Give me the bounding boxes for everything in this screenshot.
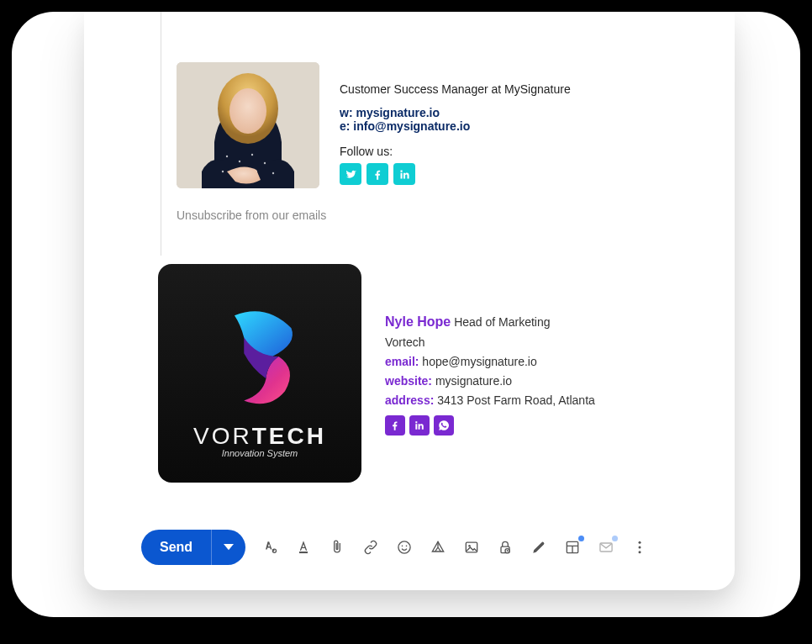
more-icon[interactable] (630, 538, 649, 557)
logo-mark-icon (197, 293, 323, 420)
chevron-down-icon (224, 544, 234, 550)
svg-point-8 (272, 172, 274, 174)
emoji-icon[interactable] (395, 538, 414, 557)
company-name: Vortech (385, 333, 595, 352)
facebook-icon[interactable] (366, 163, 388, 185)
signature-1: Customer Success Manager at MySignature … (177, 62, 571, 188)
attach-icon[interactable] (328, 538, 346, 557)
text-color-icon[interactable] (294, 538, 313, 557)
email-label: e: (340, 119, 350, 133)
lock-icon[interactable] (496, 538, 514, 557)
avatar (177, 62, 319, 188)
email-link[interactable]: info@mysignature.io (353, 119, 470, 133)
svg-rect-16 (466, 542, 477, 552)
toolbar-icons (261, 538, 649, 557)
svg-point-23 (639, 546, 641, 549)
logo-wordmark: VORTECH (193, 423, 326, 450)
job-title: Customer Success Manager at MySignature (340, 82, 571, 96)
email-value[interactable]: hope@mysignature.io (422, 355, 536, 368)
signature-1-info: Customer Success Manager at MySignature … (340, 62, 571, 188)
drive-icon[interactable] (429, 538, 447, 557)
linkedin-icon[interactable] (409, 415, 430, 435)
twitter-icon[interactable] (340, 163, 361, 185)
link-icon[interactable] (361, 538, 380, 557)
send-options-button[interactable] (211, 530, 245, 565)
svg-point-4 (239, 161, 240, 162)
social-row (340, 163, 571, 185)
sender-role: Head of Marketing (454, 315, 550, 329)
social-row-2 (385, 415, 595, 435)
compose-toolbar: Send (141, 530, 649, 565)
notification-dot (612, 536, 618, 541)
svg-point-5 (251, 154, 253, 156)
unsubscribe-link[interactable]: Unsubscribe from our emails (177, 209, 326, 222)
website-value[interactable]: mysignature.io (435, 374, 512, 388)
linkedin-icon[interactable] (393, 163, 415, 185)
whatsapp-icon[interactable] (434, 415, 454, 435)
image-icon[interactable] (462, 538, 481, 557)
compose-card: Customer Success Manager at MySignature … (84, 12, 735, 590)
address-label: address: (385, 393, 434, 407)
facebook-icon[interactable] (385, 415, 405, 435)
svg-point-2 (229, 88, 266, 134)
svg-point-22 (639, 541, 641, 544)
signature-2-info: Nyle Hope Head of Marketing Vortech emai… (385, 311, 595, 436)
web-link[interactable]: mysignature.io (356, 106, 440, 119)
svg-point-6 (264, 162, 266, 164)
notification-dot (578, 536, 584, 541)
svg-point-13 (398, 541, 410, 553)
app-frame: Customer Success Manager at MySignature … (12, 12, 800, 617)
email-label: email: (385, 355, 419, 368)
svg-point-24 (639, 551, 641, 553)
svg-point-3 (226, 156, 228, 157)
web-label: w: (340, 106, 353, 119)
company-logo: VORTECH Innovation System (158, 264, 361, 483)
mail-icon[interactable] (597, 538, 615, 557)
text-style-icon[interactable] (261, 538, 279, 557)
layout-icon[interactable] (563, 538, 582, 557)
quote-divider (161, 12, 161, 256)
logo-tagline: Innovation System (222, 448, 298, 458)
sender-name: Nyle Hope (385, 314, 451, 329)
send-button[interactable]: Send (141, 530, 211, 565)
svg-point-15 (406, 546, 408, 547)
svg-rect-12 (299, 552, 308, 553)
svg-point-7 (222, 171, 224, 172)
signature-2: VORTECH Innovation System Nyle Hope Head… (158, 264, 595, 483)
send-group: Send (141, 530, 245, 565)
website-label: website: (385, 374, 432, 388)
address-value: 3413 Post Farm Road, Atlanta (437, 393, 595, 407)
draw-icon[interactable] (530, 538, 548, 557)
svg-point-14 (402, 546, 403, 547)
follow-label: Follow us: (340, 145, 571, 158)
